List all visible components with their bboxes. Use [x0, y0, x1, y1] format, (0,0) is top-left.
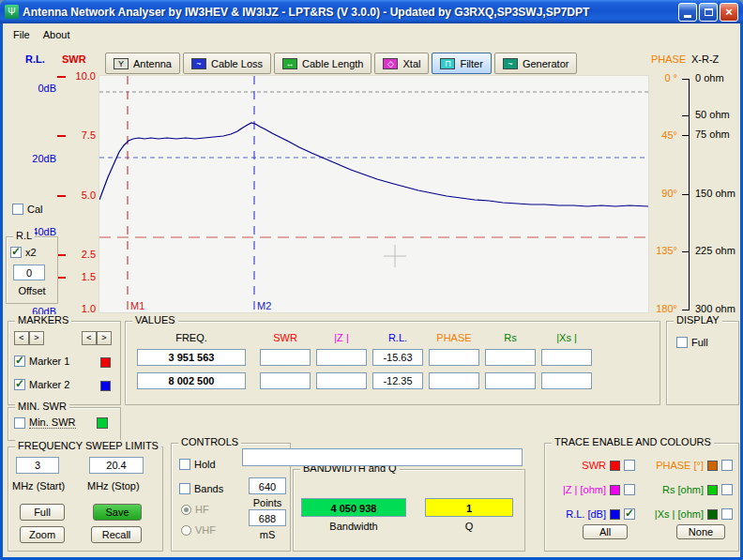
values-header-rs: Rs — [485, 332, 536, 343]
xrz-axis-caption: X-R-Z — [691, 53, 719, 65]
menu-about[interactable]: About — [37, 27, 77, 42]
freq-sweep-group-title: FREQUENCY SWEEP LIMITS — [15, 440, 161, 451]
vhf-radio[interactable]: VHF — [181, 524, 216, 536]
trace-all-button[interactable]: All — [583, 524, 628, 539]
trace-enable-checkbox[interactable] — [624, 508, 635, 520]
sweep-save-button[interactable]: Save — [93, 504, 142, 521]
trace-enable-checkbox[interactable] — [624, 460, 635, 471]
toolbar-filter-button[interactable]: Π Filter — [432, 53, 491, 74]
values-row2-cell0[interactable]: 8 002 500 — [137, 372, 246, 389]
min-swr-label: Min. SWR — [29, 416, 76, 429]
trace-colour-swatch[interactable] — [707, 461, 718, 471]
freq-stop-input[interactable] — [89, 457, 144, 474]
toolbar-antenna-button[interactable]: Y Antenna — [105, 53, 180, 74]
values-row2-cell4[interactable] — [429, 372, 479, 389]
toolbar-xtal-button[interactable]: ◇ Xtal — [374, 53, 429, 74]
filter-icon: Π — [440, 58, 455, 69]
trace-enable-checkbox[interactable] — [721, 484, 733, 495]
mode-toolbar: Y Antenna ~ Cable Loss ↔ Cable Length ◇ … — [105, 53, 577, 74]
min-swr-colour-swatch — [97, 417, 108, 429]
values-row2-cell3[interactable]: -12.35 — [372, 372, 423, 389]
maximize-button[interactable] — [699, 3, 718, 22]
trace-item: R.L. [dB] — [553, 507, 635, 521]
cal-label: Cal — [27, 204, 43, 215]
xrz-axis-line — [689, 79, 690, 310]
values-row1-cell2[interactable] — [316, 349, 367, 366]
trace-enable-checkbox[interactable] — [624, 484, 635, 495]
hf-radio[interactable]: HF — [181, 504, 209, 515]
hf-radio-circle — [181, 505, 191, 515]
freq-start-input[interactable] — [16, 457, 59, 474]
values-row1-cell3[interactable]: -15.63 — [372, 349, 423, 366]
trace-colour-swatch[interactable] — [610, 461, 620, 471]
offset-value-input[interactable] — [13, 265, 45, 280]
toolbar-cable-loss-button[interactable]: ~ Cable Loss — [183, 53, 271, 74]
marker1-checkbox[interactable]: Marker 1 — [14, 356, 69, 367]
hold-checkbox[interactable]: Hold — [179, 459, 216, 470]
values-row1-cell1[interactable] — [260, 349, 311, 366]
vhf-radio-circle — [181, 525, 191, 536]
trace-colour-swatch[interactable] — [610, 509, 620, 520]
svg-text:M1: M1 — [130, 300, 144, 311]
values-row1-cell5[interactable] — [485, 349, 536, 366]
swr-axis-caption: SWR — [62, 53, 86, 65]
trace-enable-checkbox[interactable] — [721, 508, 733, 520]
sweep-zoom-button[interactable]: Zoom — [20, 526, 65, 543]
sweep-chart-canvas: M1M2 — [99, 76, 648, 312]
marker1-left-button[interactable]: < — [14, 331, 29, 345]
values-row2-cell6[interactable] — [541, 372, 592, 389]
sweep-full-button[interactable]: Full — [20, 504, 65, 521]
trace-item-label: Rs [ohm] — [639, 484, 704, 495]
display-full-checkbox[interactable]: Full — [676, 337, 708, 348]
trace-none-button[interactable]: None — [676, 524, 725, 539]
message-input[interactable] — [242, 448, 523, 466]
values-row1-cell4[interactable] — [429, 349, 479, 366]
values-header-freq: FREQ. — [137, 332, 246, 343]
min-swr-checkbox[interactable]: Min. SWR — [14, 416, 76, 429]
hf-label: HF — [195, 504, 209, 515]
values-row2-cell2[interactable] — [316, 372, 367, 389]
values-header-phase: PHASE — [429, 332, 479, 343]
trace-colour-swatch[interactable] — [707, 485, 718, 495]
toolbar-generator-label: Generator — [523, 58, 569, 69]
toolbar-cable-length-label: Cable Length — [302, 58, 363, 69]
bands-checkbox[interactable]: Bands — [179, 483, 223, 494]
cal-checkbox[interactable]: Cal — [12, 204, 43, 215]
values-row1-cell6[interactable] — [541, 349, 592, 366]
sweep-chart[interactable]: M1M2 — [99, 75, 649, 313]
marker2-right-button[interactable]: > — [97, 331, 112, 345]
x2-checkbox[interactable]: x2 — [10, 247, 37, 258]
menu-bar: FileAbout — [3, 25, 740, 43]
xtal-icon: ◇ — [383, 58, 398, 69]
values-row1-cell0[interactable]: 3 951 563 — [137, 349, 246, 366]
values-header-z: |Z | — [316, 332, 367, 343]
trace-item-label: R.L. [dB] — [553, 508, 606, 520]
trace-item: |Xs | [ohm] — [639, 507, 733, 521]
trace-item: Rs [ohm] — [639, 483, 733, 496]
minimize-button[interactable] — [678, 3, 697, 22]
offset-button[interactable]: Offset — [10, 285, 53, 296]
values-group-title: VALUES — [132, 314, 178, 325]
min-swr-checkbox-box — [14, 417, 25, 429]
toolbar-xtal-label: Xtal — [402, 58, 420, 69]
marker2-checkbox[interactable]: Marker 2 — [14, 379, 69, 390]
trace-colour-swatch[interactable] — [707, 509, 718, 520]
close-button[interactable]: × — [720, 3, 738, 22]
trace-enable-checkbox[interactable] — [721, 460, 733, 471]
marker1-checkbox-box — [14, 356, 25, 367]
values-row2-cell5[interactable] — [485, 372, 536, 389]
sweep-recall-button[interactable]: Recall — [91, 526, 142, 543]
menu-file[interactable]: File — [7, 27, 37, 42]
values-row2-cell1[interactable] — [260, 372, 311, 389]
marker1-right-button[interactable]: > — [29, 331, 44, 345]
rl-axis-caption: R.L. — [25, 53, 45, 65]
q-value-field: 1 — [425, 498, 513, 517]
trace-item-label: |Z | [ohm] — [553, 484, 606, 495]
display-full-label: Full — [691, 337, 708, 348]
trace-colour-swatch[interactable] — [610, 485, 620, 495]
marker2-left-button[interactable]: < — [82, 331, 97, 345]
toolbar-generator-button[interactable]: ~ Generator — [494, 53, 578, 74]
toolbar-antenna-label: Antenna — [133, 58, 172, 69]
marker2-label: Marker 2 — [29, 379, 69, 390]
toolbar-cable-length-button[interactable]: ↔ Cable Length — [274, 53, 372, 74]
